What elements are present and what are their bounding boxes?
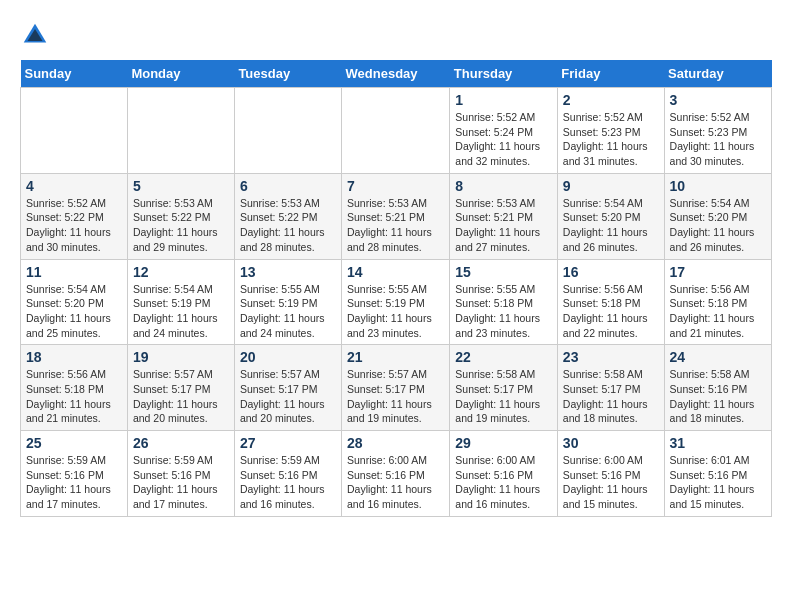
- logo-icon: [20, 20, 50, 50]
- day-info: Sunrise: 5:59 AM Sunset: 5:16 PM Dayligh…: [240, 453, 336, 512]
- calendar-cell: 1Sunrise: 5:52 AM Sunset: 5:24 PM Daylig…: [450, 88, 558, 174]
- day-number: 15: [455, 264, 552, 280]
- calendar-cell: [234, 88, 341, 174]
- day-info: Sunrise: 5:55 AM Sunset: 5:19 PM Dayligh…: [240, 282, 336, 341]
- header-tuesday: Tuesday: [234, 60, 341, 88]
- calendar-cell: 11Sunrise: 5:54 AM Sunset: 5:20 PM Dayli…: [21, 259, 128, 345]
- day-info: Sunrise: 5:53 AM Sunset: 5:21 PM Dayligh…: [455, 196, 552, 255]
- day-info: Sunrise: 5:52 AM Sunset: 5:22 PM Dayligh…: [26, 196, 122, 255]
- day-number: 9: [563, 178, 659, 194]
- day-number: 3: [670, 92, 766, 108]
- day-number: 28: [347, 435, 444, 451]
- calendar-cell: 5Sunrise: 5:53 AM Sunset: 5:22 PM Daylig…: [127, 173, 234, 259]
- day-info: Sunrise: 5:56 AM Sunset: 5:18 PM Dayligh…: [670, 282, 766, 341]
- calendar-cell: 14Sunrise: 5:55 AM Sunset: 5:19 PM Dayli…: [342, 259, 450, 345]
- day-number: 29: [455, 435, 552, 451]
- calendar-week-row: 11Sunrise: 5:54 AM Sunset: 5:20 PM Dayli…: [21, 259, 772, 345]
- day-info: Sunrise: 5:58 AM Sunset: 5:16 PM Dayligh…: [670, 367, 766, 426]
- calendar-cell: 2Sunrise: 5:52 AM Sunset: 5:23 PM Daylig…: [557, 88, 664, 174]
- calendar-week-row: 25Sunrise: 5:59 AM Sunset: 5:16 PM Dayli…: [21, 431, 772, 517]
- day-info: Sunrise: 5:53 AM Sunset: 5:21 PM Dayligh…: [347, 196, 444, 255]
- calendar-cell: 31Sunrise: 6:01 AM Sunset: 5:16 PM Dayli…: [664, 431, 771, 517]
- day-info: Sunrise: 5:57 AM Sunset: 5:17 PM Dayligh…: [240, 367, 336, 426]
- calendar-cell: 23Sunrise: 5:58 AM Sunset: 5:17 PM Dayli…: [557, 345, 664, 431]
- day-info: Sunrise: 5:59 AM Sunset: 5:16 PM Dayligh…: [133, 453, 229, 512]
- day-info: Sunrise: 5:54 AM Sunset: 5:19 PM Dayligh…: [133, 282, 229, 341]
- calendar-cell: [342, 88, 450, 174]
- logo: [20, 20, 54, 50]
- day-number: 24: [670, 349, 766, 365]
- day-number: 11: [26, 264, 122, 280]
- calendar-cell: 13Sunrise: 5:55 AM Sunset: 5:19 PM Dayli…: [234, 259, 341, 345]
- calendar-cell: 8Sunrise: 5:53 AM Sunset: 5:21 PM Daylig…: [450, 173, 558, 259]
- day-number: 1: [455, 92, 552, 108]
- header-sunday: Sunday: [21, 60, 128, 88]
- day-info: Sunrise: 5:59 AM Sunset: 5:16 PM Dayligh…: [26, 453, 122, 512]
- day-info: Sunrise: 5:52 AM Sunset: 5:24 PM Dayligh…: [455, 110, 552, 169]
- day-number: 8: [455, 178, 552, 194]
- day-info: Sunrise: 5:57 AM Sunset: 5:17 PM Dayligh…: [133, 367, 229, 426]
- day-info: Sunrise: 5:54 AM Sunset: 5:20 PM Dayligh…: [670, 196, 766, 255]
- day-info: Sunrise: 5:54 AM Sunset: 5:20 PM Dayligh…: [563, 196, 659, 255]
- day-number: 23: [563, 349, 659, 365]
- calendar-week-row: 18Sunrise: 5:56 AM Sunset: 5:18 PM Dayli…: [21, 345, 772, 431]
- calendar-cell: 24Sunrise: 5:58 AM Sunset: 5:16 PM Dayli…: [664, 345, 771, 431]
- day-info: Sunrise: 5:56 AM Sunset: 5:18 PM Dayligh…: [563, 282, 659, 341]
- day-info: Sunrise: 6:00 AM Sunset: 5:16 PM Dayligh…: [455, 453, 552, 512]
- day-number: 17: [670, 264, 766, 280]
- day-info: Sunrise: 6:01 AM Sunset: 5:16 PM Dayligh…: [670, 453, 766, 512]
- day-info: Sunrise: 5:53 AM Sunset: 5:22 PM Dayligh…: [133, 196, 229, 255]
- calendar-cell: 29Sunrise: 6:00 AM Sunset: 5:16 PM Dayli…: [450, 431, 558, 517]
- calendar-cell: 22Sunrise: 5:58 AM Sunset: 5:17 PM Dayli…: [450, 345, 558, 431]
- day-number: 30: [563, 435, 659, 451]
- header-friday: Friday: [557, 60, 664, 88]
- day-number: 6: [240, 178, 336, 194]
- day-info: Sunrise: 5:52 AM Sunset: 5:23 PM Dayligh…: [670, 110, 766, 169]
- day-number: 20: [240, 349, 336, 365]
- calendar-cell: 16Sunrise: 5:56 AM Sunset: 5:18 PM Dayli…: [557, 259, 664, 345]
- calendar-cell: 17Sunrise: 5:56 AM Sunset: 5:18 PM Dayli…: [664, 259, 771, 345]
- day-info: Sunrise: 5:53 AM Sunset: 5:22 PM Dayligh…: [240, 196, 336, 255]
- calendar-table: SundayMondayTuesdayWednesdayThursdayFrid…: [20, 60, 772, 517]
- day-number: 19: [133, 349, 229, 365]
- calendar-cell: 4Sunrise: 5:52 AM Sunset: 5:22 PM Daylig…: [21, 173, 128, 259]
- day-number: 25: [26, 435, 122, 451]
- day-number: 21: [347, 349, 444, 365]
- day-info: Sunrise: 6:00 AM Sunset: 5:16 PM Dayligh…: [347, 453, 444, 512]
- calendar-cell: 26Sunrise: 5:59 AM Sunset: 5:16 PM Dayli…: [127, 431, 234, 517]
- day-number: 2: [563, 92, 659, 108]
- day-info: Sunrise: 5:55 AM Sunset: 5:19 PM Dayligh…: [347, 282, 444, 341]
- calendar-cell: 25Sunrise: 5:59 AM Sunset: 5:16 PM Dayli…: [21, 431, 128, 517]
- day-info: Sunrise: 5:56 AM Sunset: 5:18 PM Dayligh…: [26, 367, 122, 426]
- day-number: 7: [347, 178, 444, 194]
- day-number: 16: [563, 264, 659, 280]
- calendar-cell: 20Sunrise: 5:57 AM Sunset: 5:17 PM Dayli…: [234, 345, 341, 431]
- day-number: 12: [133, 264, 229, 280]
- calendar-cell: 19Sunrise: 5:57 AM Sunset: 5:17 PM Dayli…: [127, 345, 234, 431]
- calendar-cell: [127, 88, 234, 174]
- day-info: Sunrise: 5:55 AM Sunset: 5:18 PM Dayligh…: [455, 282, 552, 341]
- day-number: 13: [240, 264, 336, 280]
- day-number: 27: [240, 435, 336, 451]
- header-thursday: Thursday: [450, 60, 558, 88]
- day-info: Sunrise: 5:58 AM Sunset: 5:17 PM Dayligh…: [563, 367, 659, 426]
- day-number: 10: [670, 178, 766, 194]
- calendar-cell: 6Sunrise: 5:53 AM Sunset: 5:22 PM Daylig…: [234, 173, 341, 259]
- day-number: 5: [133, 178, 229, 194]
- day-info: Sunrise: 5:54 AM Sunset: 5:20 PM Dayligh…: [26, 282, 122, 341]
- day-number: 14: [347, 264, 444, 280]
- calendar-cell: 15Sunrise: 5:55 AM Sunset: 5:18 PM Dayli…: [450, 259, 558, 345]
- day-number: 31: [670, 435, 766, 451]
- day-info: Sunrise: 5:52 AM Sunset: 5:23 PM Dayligh…: [563, 110, 659, 169]
- page-header: [20, 20, 772, 50]
- header-wednesday: Wednesday: [342, 60, 450, 88]
- day-number: 4: [26, 178, 122, 194]
- calendar-cell: 30Sunrise: 6:00 AM Sunset: 5:16 PM Dayli…: [557, 431, 664, 517]
- calendar-cell: [21, 88, 128, 174]
- calendar-cell: 21Sunrise: 5:57 AM Sunset: 5:17 PM Dayli…: [342, 345, 450, 431]
- calendar-week-row: 1Sunrise: 5:52 AM Sunset: 5:24 PM Daylig…: [21, 88, 772, 174]
- calendar-cell: 12Sunrise: 5:54 AM Sunset: 5:19 PM Dayli…: [127, 259, 234, 345]
- calendar-cell: 7Sunrise: 5:53 AM Sunset: 5:21 PM Daylig…: [342, 173, 450, 259]
- calendar-cell: 3Sunrise: 5:52 AM Sunset: 5:23 PM Daylig…: [664, 88, 771, 174]
- calendar-cell: 27Sunrise: 5:59 AM Sunset: 5:16 PM Dayli…: [234, 431, 341, 517]
